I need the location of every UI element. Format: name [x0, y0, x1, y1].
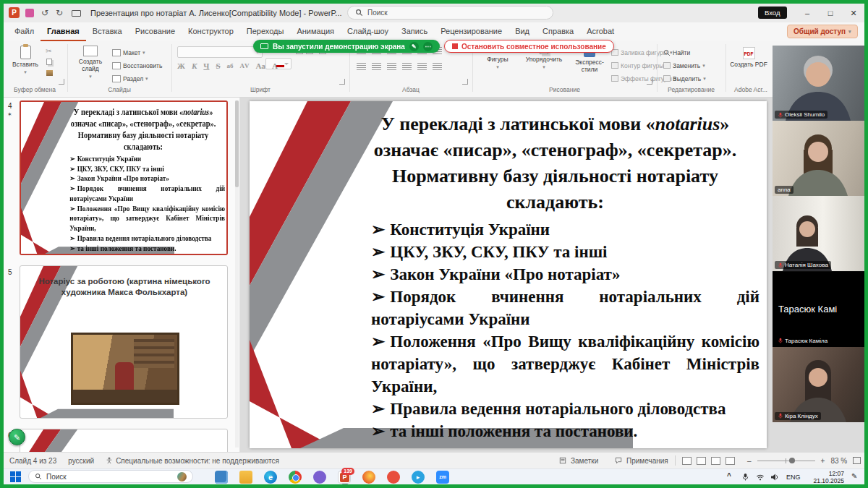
reset-button[interactable]: Восстановить [112, 60, 162, 71]
close-button[interactable]: ✕ [844, 4, 863, 22]
shape-outline-button[interactable]: Контур фигуры ▾ [611, 60, 668, 71]
reading-view-button[interactable] [711, 457, 720, 465]
tray-mic-icon[interactable] [741, 473, 749, 481]
more-icon[interactable]: ⋯ [423, 42, 433, 51]
tray-chevron-up-icon[interactable]: ^ [727, 472, 731, 480]
align-right-icon[interactable] [387, 63, 396, 71]
stop-share-button[interactable]: Остановить совместное использование [444, 40, 614, 53]
tab-draw[interactable]: Рисование [129, 22, 182, 40]
zoom-in-button[interactable]: + [821, 457, 825, 465]
change-case-button[interactable]: Аа [256, 61, 265, 70]
tab-insert[interactable]: Вставка [86, 22, 129, 40]
thumbnail-scrollbar[interactable] [235, 100, 239, 448]
drawing-dialog-launcher[interactable] [647, 79, 652, 85]
taskbar-search-input[interactable]: Поиск [28, 470, 193, 483]
paste-button[interactable]: Вставить ▾ [9, 46, 41, 75]
chrome-icon[interactable] [289, 471, 302, 484]
font-name-combobox[interactable] [177, 46, 263, 58]
paragraph-dialog-launcher[interactable] [462, 79, 468, 85]
tab-view[interactable]: Вид [509, 22, 536, 40]
zoom-slider[interactable] [757, 461, 815, 461]
signin-button[interactable]: Вход [758, 7, 787, 19]
replace-button[interactable]: Заменить ▾ [663, 60, 705, 71]
tab-transitions[interactable]: Переходы [240, 22, 291, 40]
new-slide-button[interactable]: Создать слайд ▾ [72, 46, 109, 80]
layout-button[interactable]: Макет ▾ [112, 47, 145, 58]
create-pdf-button[interactable]: PDF Создать PDF [730, 47, 767, 68]
zoom-out-button[interactable]: – [747, 457, 752, 465]
text-shadow-button[interactable]: АV [240, 62, 250, 69]
section-button[interactable]: Раздел ▾ [112, 73, 148, 84]
zoom-slider-thumb[interactable] [789, 458, 795, 463]
align-left-icon[interactable] [357, 63, 366, 71]
fit-slide-button[interactable] [853, 457, 861, 464]
slide-sorter-view-button[interactable] [697, 457, 706, 465]
telegram-icon[interactable]: ▸ [412, 471, 425, 484]
columns-icon[interactable] [417, 63, 427, 71]
language-indicator[interactable]: русский [68, 457, 94, 465]
save-icon[interactable] [25, 9, 34, 17]
select-button[interactable]: Выделить ▾ [663, 73, 706, 84]
smartart-convert-icon[interactable] [433, 63, 442, 71]
tab-review[interactable]: Рецензирование [434, 22, 509, 40]
participant-video-3[interactable]: Наталія Шахова [773, 196, 864, 271]
titlebar-search-input[interactable]: Поиск [347, 6, 553, 20]
clock[interactable]: 12:07 21.10.2025 [802, 470, 844, 484]
tab-file[interactable]: Файл [8, 22, 41, 40]
tab-animations[interactable]: Анимация [290, 22, 341, 40]
powerpoint-app-icon[interactable]: P [9, 7, 20, 18]
character-spacing-button[interactable]: аб [227, 62, 234, 69]
notification-center-icon[interactable]: ✎ [851, 472, 857, 480]
animation-star-icon[interactable]: ✶ [7, 111, 12, 118]
tab-design[interactable]: Конструктор [182, 22, 240, 40]
tab-home[interactable]: Главная [41, 22, 86, 41]
participant-video-2[interactable]: anna [773, 121, 864, 196]
firefox-icon[interactable] [362, 471, 375, 484]
normal-view-button[interactable] [682, 457, 692, 465]
zoom-app-icon[interactable]: zm [436, 471, 449, 484]
bold-button[interactable]: Ж [177, 61, 185, 70]
clipboard-dialog-launcher[interactable] [59, 79, 64, 85]
cut-icon[interactable]: ✂ [46, 47, 51, 55]
italic-button[interactable]: К [192, 61, 197, 70]
start-button[interactable] [10, 471, 21, 482]
underline-button[interactable]: Ч [203, 61, 209, 70]
powerpoint-taskbar-icon[interactable]: P 139 [338, 471, 351, 484]
justify-icon[interactable] [402, 63, 412, 71]
format-painter-icon[interactable] [46, 70, 53, 76]
maximize-button[interactable]: □ [821, 4, 840, 22]
zoom-percentage[interactable]: 83 % [830, 457, 847, 465]
tray-wifi-icon[interactable] [756, 473, 765, 481]
tab-slideshow[interactable]: Слайд-шоу [341, 22, 395, 40]
strikethrough-button[interactable]: S [216, 61, 220, 70]
input-language[interactable]: ENG [786, 474, 801, 481]
file-explorer-icon[interactable] [239, 471, 252, 484]
task-view-icon[interactable] [215, 471, 228, 484]
participant-video-5[interactable]: Кіра Кліндух [773, 347, 864, 422]
minimize-button[interactable]: – [798, 4, 817, 22]
participant-video-4[interactable]: Тарасюк Камі Тарасюк Каміла [773, 272, 864, 347]
slide5-thumbnail[interactable]: Нотаріус за роботою (картина німецького … [20, 265, 228, 419]
tray-volume-icon[interactable] [770, 473, 779, 481]
share-button[interactable]: Общий доступ ▾ [787, 25, 858, 38]
copy-icon[interactable] [46, 59, 52, 65]
tab-help[interactable]: Справка [536, 22, 580, 40]
slide4-thumbnail[interactable]: У перекладі з латинської мови «notarius»… [20, 100, 228, 255]
find-button[interactable]: Найти [663, 47, 690, 58]
undo-icon[interactable]: ↺ [41, 4, 48, 22]
tab-record[interactable]: Запись [395, 22, 434, 40]
tab-acrobat[interactable]: Acrobat [580, 22, 621, 40]
slideshow-view-button[interactable] [726, 457, 735, 465]
opera-icon[interactable] [387, 471, 400, 484]
accessibility-status[interactable]: Специальные возможности: не поддерживают… [106, 457, 279, 465]
zoom-annotation-button[interactable]: ✎ [9, 429, 25, 445]
edge-icon[interactable]: e [264, 471, 277, 484]
comments-toggle[interactable]: Примечания [615, 453, 668, 468]
annotate-icon[interactable]: ✎ [409, 42, 419, 51]
redo-icon[interactable]: ↻ [56, 4, 63, 22]
notes-toggle[interactable]: Заметки [559, 453, 598, 468]
viber-icon[interactable] [313, 471, 326, 484]
align-center-icon[interactable] [372, 63, 381, 71]
current-slide[interactable]: У перекладі з латинської мови «notarius»… [250, 101, 767, 448]
start-slideshow-icon[interactable] [72, 10, 81, 17]
